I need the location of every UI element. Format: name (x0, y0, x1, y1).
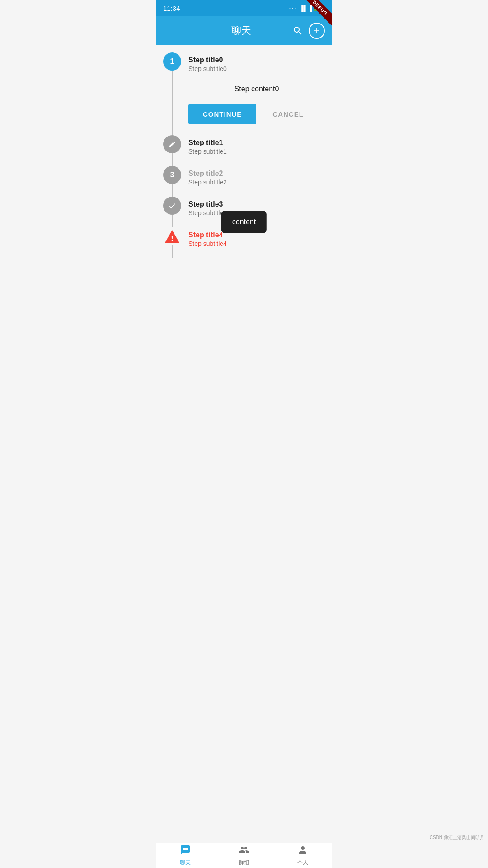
step-body-0: Step content0 (188, 80, 325, 99)
app-title: 聊天 (190, 24, 292, 38)
step-title-3: Step title3 (188, 200, 325, 208)
continue-button[interactable]: CONTINUE (188, 104, 256, 124)
step-subtitle-4: Step subtitle4 (188, 240, 325, 247)
step-circle-0: 1 (163, 52, 181, 71)
svg-text:!: ! (171, 235, 173, 242)
step-content-2: Step title2 Step subtitle2 (188, 166, 325, 197)
step-left-1 (163, 135, 181, 166)
overflow-dots-icon: ··· (289, 4, 297, 12)
step-subtitle-1: Step subtitle1 (188, 148, 325, 155)
step-actions-0: CONTINUE CANCEL (188, 104, 325, 124)
step-circle-2: 3 (163, 166, 181, 184)
tooltip-popup: content (221, 211, 267, 233)
step-content-1: Step title1 Step subtitle1 (188, 135, 325, 166)
step-line-3 (172, 215, 173, 227)
debug-ribbon: DEBUG (303, 0, 332, 25)
step-subtitle-0: Step subtitle0 (188, 65, 325, 72)
search-button[interactable] (292, 25, 303, 36)
status-time: 11:34 (163, 5, 180, 12)
step-title-1: Step title1 (188, 139, 325, 147)
step-left-4: ! (163, 227, 181, 258)
step-line-1 (172, 153, 173, 166)
step-item-0: 1 Step title0 Step subtitle0 Step conten… (163, 52, 325, 135)
cancel-button[interactable]: CANCEL (263, 104, 313, 124)
step-line-0 (172, 71, 173, 135)
step-item-2: 3 Step title2 Step subtitle2 (163, 166, 325, 197)
tooltip-text: content (232, 218, 256, 226)
step-circle-3 (163, 197, 181, 215)
step-line-2 (172, 184, 173, 197)
step-left-3 (163, 197, 181, 227)
step-subtitle-2: Step subtitle2 (188, 179, 325, 186)
debug-ribbon-container: DEBUG (303, 0, 332, 29)
main-content: 1 Step title0 Step subtitle0 Step conten… (156, 45, 332, 288)
step-item-1: Step title1 Step subtitle1 (163, 135, 325, 166)
step-content-0: Step title0 Step subtitle0 Step content0… (188, 52, 325, 135)
step-left-2: 3 (163, 166, 181, 197)
step-title-2: Step title2 (188, 170, 325, 178)
step-title-0: Step title0 (188, 56, 325, 64)
step-left-0: 1 (163, 52, 181, 135)
step-circle-4-error: ! (163, 227, 181, 245)
step-circle-1 (163, 135, 181, 153)
step-line-4 (172, 245, 173, 258)
